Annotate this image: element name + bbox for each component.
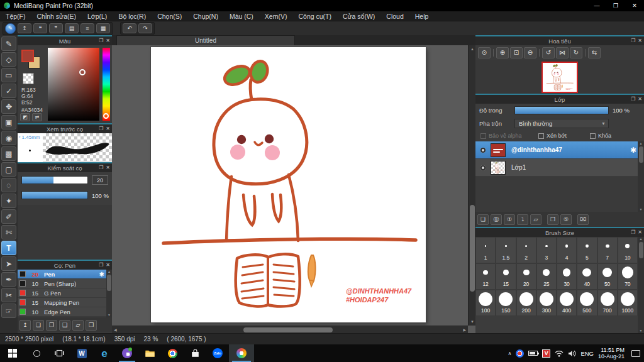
- menu-cloud[interactable]: Cloud: [380, 13, 409, 20]
- wifi-icon[interactable]: [555, 350, 564, 357]
- brush-tool[interactable]: ✎: [1, 36, 16, 51]
- saturation-value-field[interactable]: [48, 48, 99, 121]
- brush-size-option[interactable]: 5: [577, 237, 597, 263]
- tray-expand-icon[interactable]: ∧: [508, 351, 512, 356]
- popout-icon[interactable]: ❐: [99, 263, 103, 268]
- vietkey-icon[interactable]: V: [542, 349, 550, 358]
- layer-visibility-icon[interactable]: [480, 165, 486, 170]
- brush-item-pen[interactable]: 20 Pen ✱: [18, 270, 112, 279]
- select-tool[interactable]: ▢: [1, 162, 16, 177]
- popout-icon[interactable]: ❐: [631, 38, 635, 43]
- snap-tool[interactable]: ✓: [1, 84, 16, 98]
- brush-size-option[interactable]: 20: [516, 263, 536, 290]
- brush-size-scrollbar[interactable]: ▲ ▼: [638, 237, 644, 333]
- paint-cloud-button[interactable]: ✎: [5, 23, 16, 34]
- brush-size-option[interactable]: 7: [597, 237, 618, 263]
- taskbar-store[interactable]: [184, 344, 206, 362]
- popout-icon[interactable]: ❐: [99, 126, 103, 131]
- taskbar-file-explorer[interactable]: [138, 344, 161, 362]
- brush-item-pen-sharp[interactable]: 10 Pen (Sharp): [18, 279, 112, 288]
- brush-size-option[interactable]: 1: [475, 237, 496, 263]
- brush-size-option[interactable]: 300: [536, 290, 557, 316]
- menu-filter[interactable]: Bộ lọc(R): [113, 13, 152, 20]
- redo-button[interactable]: ↷: [138, 23, 152, 33]
- blend-mode-dropdown[interactable]: Bình thường ▼: [514, 119, 609, 128]
- menu-select[interactable]: Chọn(S): [152, 13, 187, 20]
- menu-help[interactable]: Help: [409, 13, 435, 20]
- clipping-checkbox[interactable]: Xén bớt: [538, 133, 590, 139]
- close-panel-icon[interactable]: ✕: [106, 38, 110, 43]
- brush-size-option[interactable]: 30: [557, 263, 577, 290]
- add-8bit-layer-button[interactable]: ⓐ: [491, 214, 502, 225]
- scrollbar-thumb[interactable]: [107, 275, 111, 291]
- list-settings-button[interactable]: ≡: [80, 23, 94, 33]
- brush-folder-button[interactable]: ▱: [72, 320, 84, 331]
- brush-list-scrollbar[interactable]: ▲ ▼: [106, 270, 112, 317]
- color-swap-icon[interactable]: ⇄: [32, 113, 42, 121]
- fit-screen-button[interactable]: ⊡: [510, 47, 523, 58]
- move-tool[interactable]: ✥: [1, 99, 16, 114]
- lock-checkbox[interactable]: Khóa: [590, 133, 611, 139]
- magic-wand-tool[interactable]: ✦: [1, 194, 16, 208]
- menu-view[interactable]: Xem(V): [259, 13, 293, 20]
- brush-size-option[interactable]: 100: [475, 290, 496, 316]
- reset-rotation-button[interactable]: ⋈: [556, 47, 569, 58]
- taskbar-edge[interactable]: e: [93, 344, 116, 362]
- layer-row-watermark[interactable]: @dinhthanhha47 ✱: [475, 141, 644, 159]
- rotate-right-button[interactable]: ↻: [570, 47, 582, 58]
- hue-marker[interactable]: [103, 113, 109, 119]
- brush-size-option[interactable]: 10: [618, 237, 638, 263]
- canvas-document[interactable]: @DINHTHANHHA47 #HOIDAP247: [151, 47, 426, 322]
- brush-size-option[interactable]: 500: [577, 290, 597, 316]
- taskbar-medibang[interactable]: [229, 344, 254, 362]
- volume-icon[interactable]: [568, 350, 576, 357]
- menu-tools[interactable]: Công cụ(T): [292, 13, 337, 20]
- scroll-down-icon[interactable]: ▼: [108, 313, 111, 317]
- protect-alpha-checkbox[interactable]: Bảo vệ alpha: [480, 133, 538, 139]
- zoom-in-button[interactable]: ⊕: [496, 47, 509, 58]
- popout-icon[interactable]: ❐: [631, 97, 635, 102]
- select-eraser-tool[interactable]: ✄: [1, 225, 16, 239]
- brush-size-value[interactable]: 20: [92, 175, 108, 185]
- menu-layer[interactable]: Lớp(L): [82, 13, 113, 20]
- scroll-up-icon[interactable]: ▲: [640, 237, 643, 241]
- scroll-up-icon[interactable]: ▲: [108, 270, 111, 274]
- scroll-right-icon[interactable]: ▶: [463, 328, 466, 332]
- comment-button[interactable]: ❞: [49, 23, 63, 33]
- add-brush-button[interactable]: ❏: [33, 320, 44, 331]
- brush-size-option[interactable]: 700: [597, 290, 618, 316]
- taskbar-app-purple[interactable]: [116, 344, 138, 362]
- add-layer-button[interactable]: ❏: [477, 214, 489, 225]
- close-panel-icon[interactable]: ✕: [106, 165, 110, 170]
- import-brush-button[interactable]: ❐: [46, 320, 57, 331]
- gradient-tool[interactable]: ▩: [1, 146, 16, 161]
- script-brush-button[interactable]: ❑: [59, 320, 70, 331]
- close-panel-icon[interactable]: ✕: [638, 38, 642, 43]
- popout-icon[interactable]: ❐: [99, 165, 103, 170]
- taskbar-zalo[interactable]: Zalo: [206, 344, 229, 362]
- brush-size-option[interactable]: 1.5: [496, 237, 516, 263]
- brush-item-edge-pen[interactable]: 10 Edge Pen: [18, 307, 112, 317]
- navigator-thumbnail[interactable]: [541, 62, 578, 93]
- cortana-button[interactable]: [25, 344, 48, 362]
- hue-slider[interactable]: [103, 48, 110, 121]
- scrollbar-thumb[interactable]: [639, 146, 643, 163]
- close-panel-icon[interactable]: ✕: [638, 230, 642, 235]
- start-button[interactable]: [0, 344, 25, 362]
- brush-size-option[interactable]: 200: [516, 290, 536, 316]
- foreground-color-swatch[interactable]: [21, 50, 34, 62]
- scrollbar-thumb[interactable]: [243, 327, 333, 332]
- brush-size-option[interactable]: 40: [577, 263, 597, 290]
- bucket-tool[interactable]: ◉: [1, 131, 16, 145]
- operation-tool[interactable]: ➤: [1, 256, 16, 271]
- close-button[interactable]: ✕: [625, 0, 644, 11]
- scroll-down-icon[interactable]: ▼: [470, 320, 474, 324]
- layer-folder-button[interactable]: ▱: [530, 214, 541, 225]
- popout-icon[interactable]: ❐: [99, 38, 103, 43]
- brush-size-option[interactable]: 4: [557, 237, 577, 263]
- brush-size-option[interactable]: 12: [475, 263, 496, 290]
- taskbar-word[interactable]: W: [70, 344, 93, 362]
- scroll-down-icon[interactable]: ▼: [640, 329, 643, 333]
- brush-size-option[interactable]: 50: [597, 263, 618, 290]
- text-tool[interactable]: T: [1, 241, 16, 255]
